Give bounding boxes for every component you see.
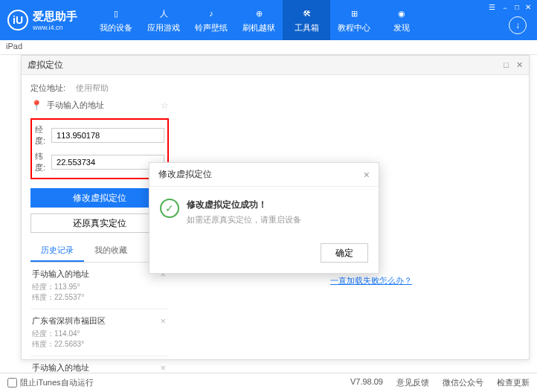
nav-discover[interactable]: ◉发现 bbox=[378, 0, 425, 40]
toolbox-icon: 🛠 bbox=[299, 7, 314, 20]
logo-subtitle: www.i4.cn bbox=[33, 24, 77, 31]
download-button[interactable]: ↓ bbox=[509, 16, 527, 34]
nav-ringtones[interactable]: ♪铃声壁纸 bbox=[187, 0, 235, 40]
device-icon: ▯ bbox=[109, 7, 123, 20]
feedback-link[interactable]: 意见反馈 bbox=[396, 377, 429, 388]
pin-icon: 📍 bbox=[30, 100, 42, 111]
modal-message: 修改虚拟定位成功！ bbox=[187, 199, 301, 211]
maximize-icon[interactable]: □ bbox=[515, 3, 519, 13]
compass-icon: ◉ bbox=[394, 7, 409, 20]
music-icon: ♪ bbox=[204, 7, 219, 20]
longitude-label: 经度: bbox=[35, 124, 45, 147]
block-itunes-label: 阻止iTunes自动运行 bbox=[20, 377, 94, 388]
close-icon[interactable]: ✕ bbox=[525, 3, 531, 13]
check-update-link[interactable]: 检查更新 bbox=[497, 377, 530, 388]
minimize-icon[interactable]: － bbox=[501, 3, 509, 13]
nav-my-device[interactable]: ▯我的设备 bbox=[92, 0, 140, 40]
help-link[interactable]: 使用帮助 bbox=[76, 83, 109, 94]
wechat-link[interactable]: 微信公众号 bbox=[443, 377, 483, 388]
status-bar: 阻止iTunes自动运行 V7.98.09 意见反馈 微信公众号 检查更新 bbox=[0, 373, 537, 392]
window-controls: ☰ － □ ✕ bbox=[489, 3, 531, 13]
latitude-input[interactable] bbox=[51, 155, 164, 170]
loading-help-link[interactable]: 一直加载失败怎么办？ bbox=[330, 275, 412, 286]
longitude-input[interactable] bbox=[51, 128, 164, 143]
block-itunes-checkbox[interactable] bbox=[7, 378, 17, 388]
device-bar: iPad bbox=[0, 40, 537, 55]
book-icon: ⊞ bbox=[347, 7, 361, 20]
success-check-icon: ✓ bbox=[160, 199, 179, 218]
tab-favorites[interactable]: 我的收藏 bbox=[84, 240, 138, 262]
apps-icon: 人 bbox=[156, 7, 171, 20]
history-item[interactable]: 广东省深圳市福田区 经度：114.04° 纬度：22.5683° × bbox=[30, 309, 169, 356]
modal-close-icon[interactable]: × bbox=[364, 169, 370, 181]
nav-toolbox[interactable]: 🛠工具箱 bbox=[283, 0, 330, 40]
app-header: iU 爱思助手 www.i4.cn ▯我的设备 人应用游戏 ♪铃声壁纸 ⊕刷机越… bbox=[0, 0, 537, 40]
nav-apps[interactable]: 人应用游戏 bbox=[140, 0, 187, 40]
nav-jailbreak[interactable]: ⊕刷机越狱 bbox=[235, 0, 283, 40]
panel-maximize-icon[interactable]: □ bbox=[504, 60, 509, 70]
nav-tutorials[interactable]: ⊞教程中心 bbox=[330, 0, 378, 40]
ok-button[interactable]: 确定 bbox=[321, 243, 368, 263]
favorite-icon[interactable]: ☆ bbox=[161, 100, 169, 111]
panel-close-icon[interactable]: ✕ bbox=[516, 60, 523, 70]
logo-text: 爱思助手 bbox=[33, 10, 77, 24]
version-label: V7.98.09 bbox=[350, 377, 383, 388]
logo: iU 爱思助手 www.i4.cn bbox=[7, 10, 77, 31]
address-value: 手动输入的地址 bbox=[47, 100, 156, 111]
main-nav: ▯我的设备 人应用游戏 ♪铃声壁纸 ⊕刷机越狱 🛠工具箱 ⊞教程中心 ◉发现 bbox=[92, 0, 425, 40]
delete-history-icon[interactable]: × bbox=[160, 315, 166, 327]
success-modal: 修改虚拟定位 × ✓ 修改虚拟定位成功！ 如需还原真实定位，请重启设备 确定 bbox=[149, 162, 379, 274]
settings-icon[interactable]: ☰ bbox=[489, 3, 495, 13]
delete-history-icon[interactable]: × bbox=[160, 362, 166, 373]
latitude-label: 纬度: bbox=[35, 151, 45, 173]
panel-header: 虚拟定位 □ ✕ bbox=[22, 56, 529, 75]
jailbreak-icon: ⊕ bbox=[251, 7, 266, 20]
panel-title: 虚拟定位 bbox=[28, 59, 63, 71]
tab-history[interactable]: 历史记录 bbox=[30, 240, 84, 262]
modal-subtitle: 如需还原真实定位，请重启设备 bbox=[187, 214, 301, 225]
modal-title: 修改虚拟定位 bbox=[158, 168, 212, 181]
address-label: 定位地址: bbox=[30, 83, 65, 94]
logo-icon: iU bbox=[7, 10, 28, 30]
